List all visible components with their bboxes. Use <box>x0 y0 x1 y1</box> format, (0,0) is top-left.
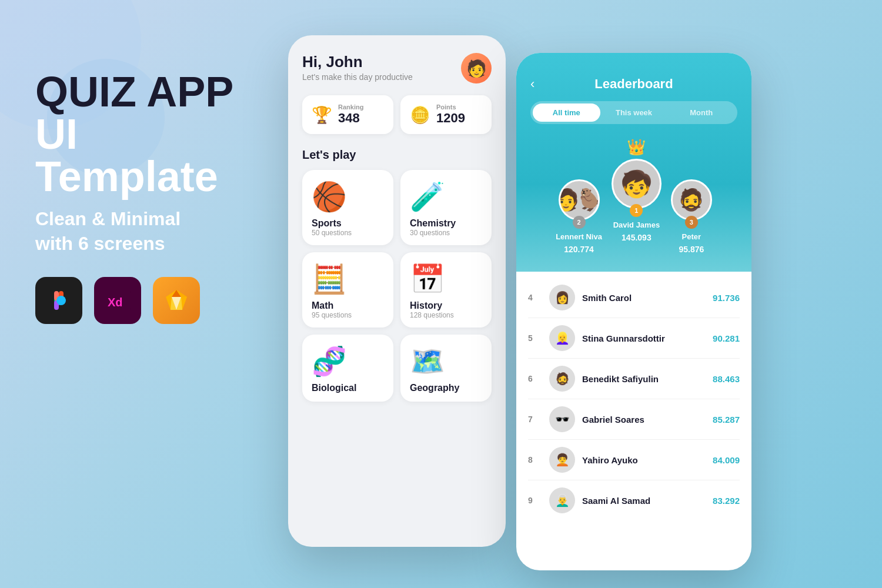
rank-badge-1: 1 <box>630 204 643 217</box>
tab-all-time[interactable]: All time <box>533 103 600 122</box>
app-title-black: QUIZ APP <box>35 71 259 113</box>
podium-avatar-2: 🧑‍🦫 <box>559 179 600 220</box>
tab-month[interactable]: Month <box>667 103 735 122</box>
rank-badge-3: 3 <box>685 216 698 229</box>
podium: 🧑‍🦫 2 Lennert Niva 120.774 👑 🧒 1 David J… <box>530 138 737 272</box>
ranking-label: Ranking <box>338 103 363 111</box>
points-label: Points <box>436 103 465 111</box>
tab-this-week[interactable]: This week <box>600 103 668 122</box>
stat-ranking-info: Ranking 348 <box>338 103 363 126</box>
lb-rank-6: 6 <box>528 374 542 383</box>
lb-rank-5: 5 <box>528 333 542 343</box>
leaderboard-list: 4 👩 Smith Carol 91.736 5 👱‍♀️ Stina Gunn… <box>516 272 751 526</box>
tool-icons-row: Xd <box>35 277 259 324</box>
category-geography[interactable]: 🗺️ Geography <box>400 335 492 402</box>
lb-rank-8: 8 <box>528 455 542 465</box>
podium-name-2: Lennert Niva <box>556 232 602 241</box>
lb-score-9: 83.292 <box>713 496 740 506</box>
lb-score-8: 84.009 <box>713 455 740 465</box>
rank-badge-2: 2 <box>573 216 586 229</box>
points-value: 1209 <box>436 111 465 126</box>
greeting-subtitle: Let's make this day productive <box>302 72 413 82</box>
podium-1st: 👑 🧒 1 David James 145.093 <box>612 138 662 242</box>
lb-row-4: 4 👩 Smith Carol 91.736 <box>528 278 740 318</box>
chemistry-count: 30 questions <box>410 229 450 237</box>
history-count: 128 questions <box>410 311 454 319</box>
lb-row-5: 5 👱‍♀️ Stina Gunnarsdottir 90.281 <box>528 318 740 359</box>
lb-avatar-6: 🧔 <box>549 366 575 392</box>
lb-row-9: 9 👨‍🦳 Saami Al Samad 83.292 <box>528 480 740 520</box>
sports-name: Sports <box>312 218 342 229</box>
category-sports[interactable]: 🏀 Sports 50 questions <box>302 170 393 245</box>
lb-score-6: 88.463 <box>713 374 740 384</box>
stats-row: 🏆 Ranking 348 🪙 Points 1209 <box>302 95 492 134</box>
stat-card-points: 🪙 Points 1209 <box>400 95 492 134</box>
figma-icon <box>35 277 82 324</box>
phone-quiz-app: Hi, John Let's make this day productive … <box>288 35 506 547</box>
lb-avatar-7: 🕶️ <box>549 406 575 432</box>
lb-name-7: Gabriel Soares <box>582 415 713 425</box>
podium-score-1: 145.093 <box>622 233 652 242</box>
sketch-icon <box>153 277 200 324</box>
lb-rank-7: 7 <box>528 415 542 424</box>
podium-2nd: 🧑‍🦫 2 Lennert Niva 120.774 <box>556 179 602 254</box>
lb-name-5: Stina Gunnarsdottir <box>582 333 713 343</box>
podium-avatar-1: 🧒 <box>612 159 662 209</box>
points-icon: 🪙 <box>410 105 430 125</box>
lb-name-6: Benedikt Safiyulin <box>582 374 713 384</box>
chemistry-icon: 🧪 <box>410 181 445 213</box>
ranking-icon: 🏆 <box>312 105 332 125</box>
svg-text:Xd: Xd <box>108 296 123 309</box>
biological-name: Biological <box>312 383 356 393</box>
lets-play-title: Let's play <box>302 148 492 162</box>
phone-leaderboard: ‹ Leaderboard All time This week Month 🧑… <box>516 53 751 570</box>
lb-score-5: 90.281 <box>713 333 740 343</box>
podium-avatar-3: 🧔 <box>671 179 712 220</box>
lb-name-9: Saami Al Samad <box>582 496 713 506</box>
lb-row-7: 7 🕶️ Gabriel Soares 85.287 <box>528 399 740 440</box>
lb-score-4: 91.736 <box>713 293 740 303</box>
sports-icon: 🏀 <box>312 181 347 213</box>
lb-name-8: Yahiro Ayuko <box>582 455 713 465</box>
category-history[interactable]: 📅 History 128 questions <box>400 252 492 328</box>
stat-card-ranking: 🏆 Ranking 348 <box>302 95 393 134</box>
app-title-white: UI Template <box>35 113 259 198</box>
categories-grid: 🏀 Sports 50 questions 🧪 Chemistry 30 que… <box>302 170 492 402</box>
greeting-name: Hi, John <box>302 53 413 71</box>
history-icon: 📅 <box>410 263 445 296</box>
category-biological[interactable]: 🧬 Biological <box>302 335 393 402</box>
math-icon: 🧮 <box>312 263 347 296</box>
back-button[interactable]: ‹ <box>530 76 534 92</box>
geography-icon: 🗺️ <box>410 345 445 378</box>
xd-icon: Xd <box>94 277 141 324</box>
lb-rank-4: 4 <box>528 293 542 302</box>
ranking-value: 348 <box>338 111 363 126</box>
leaderboard-header: ‹ Leaderboard All time This week Month 🧑… <box>516 53 751 272</box>
biological-icon: 🧬 <box>312 345 347 378</box>
chemistry-name: Chemistry <box>410 218 456 229</box>
lb-avatar-5: 👱‍♀️ <box>549 325 575 351</box>
history-name: History <box>410 300 442 311</box>
lb-avatar-8: 🧑‍🦱 <box>549 447 575 473</box>
math-name: Math <box>312 300 333 311</box>
podium-name-1: David James <box>613 220 660 229</box>
lb-row-8: 8 🧑‍🦱 Yahiro Ayuko 84.009 <box>528 440 740 480</box>
lb-avatar-9: 👨‍🦳 <box>549 487 575 513</box>
category-chemistry[interactable]: 🧪 Chemistry 30 questions <box>400 170 492 245</box>
greeting-text: Hi, John Let's make this day productive <box>302 53 413 82</box>
geography-name: Geography <box>410 383 459 393</box>
lb-title: Leaderboard <box>594 76 673 92</box>
category-math[interactable]: 🧮 Math 95 questions <box>302 252 393 328</box>
lb-rank-9: 9 <box>528 496 542 505</box>
lb-row-6: 6 🧔 Benedikt Safiyulin 88.463 <box>528 359 740 399</box>
lb-tabs: All time This week Month <box>530 101 737 124</box>
sports-count: 50 questions <box>312 229 352 237</box>
podium-score-3: 95.876 <box>679 245 704 254</box>
lb-score-7: 85.287 <box>713 415 740 425</box>
left-section: QUIZ APP UI Template Clean & Minimal wit… <box>35 71 259 324</box>
crown-icon: 👑 <box>612 138 662 156</box>
math-count: 95 questions <box>312 311 352 319</box>
app-subtitle: Clean & Minimal with 6 screens <box>35 207 259 256</box>
lb-name-4: Smith Carol <box>582 293 713 303</box>
svg-point-4 <box>56 296 66 305</box>
